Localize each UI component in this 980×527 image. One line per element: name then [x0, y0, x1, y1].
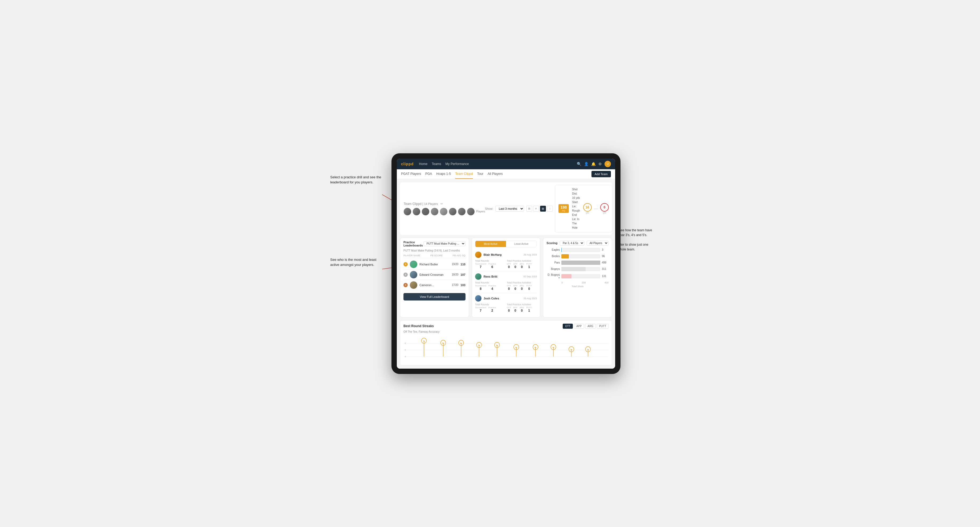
scoring-title: Scoring [546, 241, 557, 244]
birdies-bar-row: Birdies 96 [546, 254, 609, 259]
activity-stats-3: Total Rounds Tournament7 Practice2 Total… [475, 303, 537, 313]
scoring-bars: Eagles 3 Birdies [546, 248, 609, 279]
lb-name-1: Richard Butler [419, 263, 450, 266]
pars-value: 499 [602, 261, 609, 264]
practice-activities-group-3: Total Practice Activities OTT0 APP0 ARG0… [507, 303, 537, 313]
svg-text:5x: 5x [496, 344, 498, 346]
eagles-track [562, 248, 600, 252]
person-icon[interactable]: 👤 [584, 162, 589, 166]
avatar-icon[interactable]: U [605, 161, 611, 167]
top-nav: clippd Home Teams My Performance 🔍 👤 🔔 ⚙… [397, 159, 615, 169]
sub-nav-hcaps[interactable]: Hcaps 1-5 [436, 169, 451, 179]
practice-activities-group-2: Total Practice Activities OTT0 APP0 ARG0… [507, 281, 537, 290]
streak-tab-putt[interactable]: PUTT [597, 324, 609, 329]
svg-text:6x: 6x [442, 342, 444, 344]
edit-team-icon[interactable]: ✏ [441, 202, 443, 206]
sub-nav-tour[interactable]: Tour [477, 169, 483, 179]
lb-avatar-2 [410, 271, 417, 278]
practice-leaderboard-panel: Practice Leaderboards PUTT Must Make Put… [400, 238, 469, 317]
lb-avatar-3 [410, 281, 417, 289]
streak-tab-arg[interactable]: ARG [585, 324, 596, 329]
bogeys-label: Bogeys [546, 268, 560, 270]
activity-date-3: 26 Aug 2023 [523, 297, 537, 300]
bell-icon[interactable]: 🔔 [591, 162, 596, 166]
player-avatar-7 [458, 208, 466, 215]
birdies-track [562, 254, 600, 259]
sub-nav-pgat[interactable]: PGAT Players [401, 169, 421, 179]
drill-select[interactable]: PUTT Must Make Putting ... [424, 241, 466, 246]
app-logo: clippd [401, 162, 414, 166]
activity-panel: Most Active Least Active Blair McHarg 26… [472, 238, 541, 317]
nav-performance[interactable]: My Performance [445, 161, 469, 167]
view-sort-icon[interactable]: ↕ [547, 206, 553, 211]
dbogeys-label: D. Bogeys + [546, 273, 560, 279]
svg-text:4x: 4x [552, 346, 554, 348]
tablet-frame: clippd Home Teams My Performance 🔍 👤 🔔 ⚙… [391, 153, 620, 374]
activity-player-2-header: Rees Britt 02 Sep 2023 [475, 273, 537, 280]
activity-name-3: Josh Coles [484, 297, 522, 300]
eagles-value: 3 [602, 248, 609, 251]
activity-player-3-header: Josh Coles 26 Aug 2023 [475, 295, 537, 302]
total-rounds-group-3: Total Rounds Tournament7 Practice2 [475, 303, 505, 313]
practice-activities-group-1: Total Practice Activities OTT0 APP0 ARG0… [507, 259, 537, 269]
lb-avg-1: 110 [460, 263, 465, 266]
most-active-toggle[interactable]: Most Active [476, 241, 506, 247]
activity-stats-2: Total Rounds Tournament8 Practice4 Total… [475, 281, 537, 290]
svg-text:6: 6 [405, 349, 406, 351]
practice-leaderboard-title: Practice Leaderboards [403, 241, 424, 247]
lb-row-3: 3 Cameron... 17/20 103 [403, 280, 466, 290]
svg-text:4x: 4x [535, 346, 536, 348]
sub-nav-pga[interactable]: PGA [425, 169, 432, 179]
nav-teams[interactable]: Teams [432, 161, 441, 167]
activity-name-1: Blair McHarg [484, 253, 522, 256]
player-filter[interactable]: All Players [587, 241, 609, 246]
settings-icon[interactable]: ⚙ [598, 162, 602, 166]
activity-player-1-header: Blair McHarg 26 Aug 2023 [475, 252, 537, 258]
view-grid-icon[interactable]: ⊞ [526, 206, 532, 211]
lb-rank-2: 2 [403, 273, 408, 277]
pars-label: Pars [546, 261, 560, 264]
bogeys-value: 311 [602, 268, 609, 270]
dbogeys-fill [562, 274, 571, 278]
score-circle-2: 0 [600, 203, 609, 211]
activity-date-2: 02 Sep 2023 [523, 275, 537, 278]
add-team-button[interactable]: Add Team [592, 171, 611, 177]
streak-tab-ott[interactable]: OTT [563, 324, 573, 329]
sub-nav-teamclippd[interactable]: Team Clippd [455, 169, 473, 179]
activity-avatar-2 [475, 273, 482, 280]
sub-nav-allplayers[interactable]: All Players [488, 169, 503, 179]
score-circle-1: 16 [583, 203, 592, 211]
streak-subtitle: Off The Tee, Fairway Accuracy [403, 330, 609, 333]
score-card: 198 SQ Shot Dist: 16 yds Start Lie: Roug… [555, 185, 612, 232]
view-list-icon[interactable]: ≡ [533, 206, 539, 211]
team-header: Team Clippd | 14 Players ✏ [400, 182, 612, 235]
svg-text:7x: 7x [423, 340, 425, 342]
streak-tab-app[interactable]: APP [574, 324, 584, 329]
lb-name-3: Cameron... [419, 284, 450, 287]
streak-chart: 7x 6x 6x 5x [403, 335, 609, 362]
x-axis: 0 200 400 [546, 281, 609, 284]
birdies-label: Birdies [546, 255, 560, 258]
svg-text:4: 4 [405, 355, 406, 357]
lb-score-2: 18/20 [452, 273, 458, 276]
players-label: Players [476, 210, 485, 213]
period-select[interactable]: Last 3 months [495, 206, 524, 211]
pars-fill [562, 260, 600, 265]
annotation-bottom-left: See who is the most and least active amo… [330, 257, 383, 268]
search-icon[interactable]: 🔍 [577, 162, 581, 166]
par-filter[interactable]: Par 3, 4 & 5s [560, 241, 584, 246]
player-avatar-2 [413, 208, 420, 215]
birdies-fill [562, 254, 569, 259]
scoring-panel: Scoring Par 3, 4 & 5s All Players E [543, 238, 612, 317]
lb-header-row: PLAYER NAME PB SCORE PB AVG SQ [403, 254, 466, 258]
view-full-leaderboard-button[interactable]: View Full Leaderboard [403, 293, 466, 300]
lb-name-2: Edward Crossman [419, 273, 450, 276]
least-active-toggle[interactable]: Least Active [506, 241, 536, 247]
bogeys-track [562, 267, 600, 271]
nav-home[interactable]: Home [419, 161, 428, 167]
player-avatar-4 [431, 208, 438, 215]
svg-text:5x: 5x [478, 344, 480, 346]
view-cards-icon[interactable]: ▤ [540, 206, 546, 211]
activity-stats-1: Total Rounds Tournament 7 Practice [475, 259, 537, 269]
three-column-grid: Practice Leaderboards PUTT Must Make Put… [400, 238, 612, 317]
